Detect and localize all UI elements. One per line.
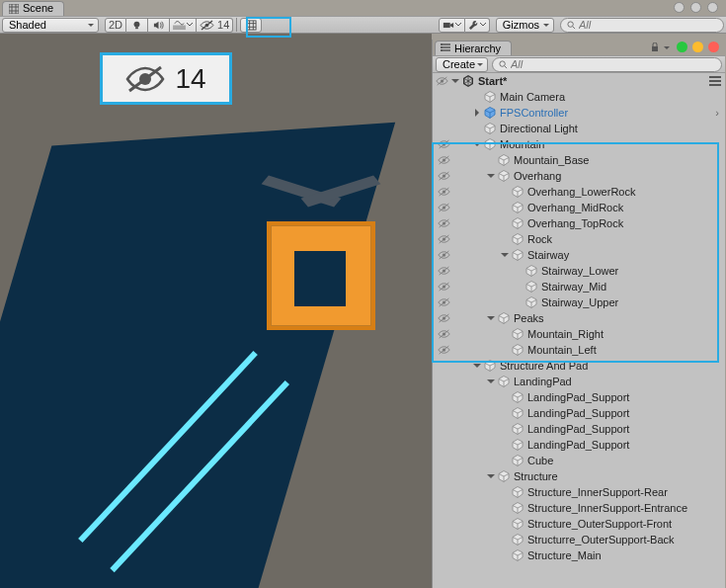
tree-row[interactable]: Peaks xyxy=(433,310,725,326)
visibility-toggle[interactable] xyxy=(437,155,450,165)
2d-toggle[interactable]: 2D xyxy=(105,18,126,33)
window-maximize-dot[interactable] xyxy=(677,42,687,52)
tree-row[interactable]: Rock xyxy=(433,231,725,247)
tree-row[interactable]: Cube xyxy=(433,453,725,468)
tree-row[interactable]: Mountain xyxy=(433,136,725,152)
tree-row-label: Overhang_TopRock xyxy=(527,217,623,229)
tree-row[interactable]: Stairway_Upper xyxy=(433,294,725,310)
tree-row[interactable]: Stairway xyxy=(433,247,725,263)
tree-row-scene-root[interactable]: Start* xyxy=(433,73,725,89)
tree-row[interactable]: Structure_OuterSupport-Front xyxy=(433,516,725,532)
visibility-toggle[interactable] xyxy=(437,313,450,323)
audio-toggle[interactable] xyxy=(148,18,170,33)
gameobject-cube-icon xyxy=(498,154,510,166)
camera-settings-button[interactable] xyxy=(439,18,465,33)
tree-row[interactable]: Structure And Pad xyxy=(433,358,725,374)
tree-row[interactable]: LandingPad_Support xyxy=(433,389,725,405)
tree-row[interactable]: Mountain_Left xyxy=(433,342,725,358)
tree-row[interactable]: Structure_Main xyxy=(433,547,725,563)
wrench-icon xyxy=(468,20,479,31)
tree-row[interactable]: Structurre_OuterSupport-Back xyxy=(433,532,725,547)
lock-icon[interactable] xyxy=(650,42,660,52)
tree-row[interactable]: Structure xyxy=(433,468,725,484)
expand-toggle[interactable] xyxy=(486,472,496,480)
tree-row[interactable]: Stairway_Lower xyxy=(433,263,725,279)
visibility-toggle[interactable] xyxy=(437,329,450,339)
visibility-toggle[interactable] xyxy=(437,234,450,244)
visibility-toggle[interactable] xyxy=(437,250,450,260)
gameobject-cube-icon xyxy=(525,265,537,277)
tree-row[interactable]: FPSController› xyxy=(433,105,725,121)
expand-toggle[interactable] xyxy=(486,314,496,322)
tree-row[interactable]: Structure_InnerSupport-Entrance xyxy=(433,500,725,516)
hidden-eye-icon xyxy=(438,345,450,355)
tools-button[interactable] xyxy=(465,18,490,33)
visibility-toggle[interactable] xyxy=(437,218,450,228)
context-menu-icon[interactable] xyxy=(709,76,721,86)
visibility-toggle[interactable] xyxy=(437,266,450,276)
shading-mode-dropdown[interactable]: Shaded xyxy=(2,18,99,33)
hierarchy-search[interactable] xyxy=(492,57,722,72)
expand-toggle[interactable] xyxy=(472,362,482,370)
visibility-toggle[interactable] xyxy=(437,187,450,197)
create-dropdown[interactable]: Create xyxy=(436,57,488,72)
tree-row-label: LandingPad_Support xyxy=(527,407,629,419)
window-dot[interactable] xyxy=(707,2,718,13)
scene-search-input[interactable] xyxy=(579,19,717,31)
gameobject-cube-icon xyxy=(484,138,496,150)
tree-row[interactable]: Stairway_Mid xyxy=(433,279,725,294)
tree-row-label: Structurre_OuterSupport-Back xyxy=(527,534,675,546)
chevron-down-icon[interactable] xyxy=(664,46,670,52)
visibility-toggle[interactable] xyxy=(437,171,450,181)
gizmo-grid-toggle[interactable] xyxy=(240,18,262,33)
expand-toggle[interactable] xyxy=(500,251,510,259)
tree-row-label: Structure And Pad xyxy=(500,360,588,372)
visibility-toggle[interactable] xyxy=(435,76,448,86)
expand-toggle[interactable] xyxy=(472,109,482,117)
window-minimize-dot[interactable] xyxy=(692,42,703,52)
scene-search[interactable] xyxy=(560,18,724,33)
hierarchy-icon xyxy=(441,43,450,53)
expand-toggle[interactable] xyxy=(486,172,496,180)
window-close-dot[interactable] xyxy=(708,42,719,52)
visibility-toggle[interactable] xyxy=(437,297,450,307)
window-dot[interactable] xyxy=(674,2,685,13)
lightbulb-icon xyxy=(131,20,142,31)
gameobject-cube-icon xyxy=(512,249,524,261)
visibility-toggle[interactable] xyxy=(437,345,450,355)
tree-row[interactable]: Structure_InnerSupport-Rear xyxy=(433,484,725,500)
scene-geometry xyxy=(294,251,346,306)
expand-toggle[interactable] xyxy=(486,378,496,385)
callout-count: 14 xyxy=(175,63,205,95)
tree-row[interactable]: Overhang_MidRock xyxy=(433,200,725,215)
visibility-toggle[interactable] xyxy=(437,203,450,212)
chevron-down-icon xyxy=(455,22,461,28)
hierarchy-tab[interactable]: Hierarchy xyxy=(435,41,512,55)
scene-tab[interactable]: Scene xyxy=(2,1,64,16)
tree-row[interactable]: Mountain_Right xyxy=(433,326,725,342)
tree-row[interactable]: LandingPad_Support xyxy=(433,437,725,453)
tree-row[interactable]: LandingPad xyxy=(433,374,725,389)
tree-row[interactable]: Directional Light xyxy=(433,121,725,136)
tree-row[interactable]: Main Camera xyxy=(433,89,725,105)
search-icon xyxy=(499,60,508,69)
lighting-toggle[interactable] xyxy=(126,18,148,33)
tree-row[interactable]: Mountain_Base xyxy=(433,152,725,168)
visibility-toggle[interactable] xyxy=(437,139,450,149)
visibility-toggle[interactable] xyxy=(437,282,450,292)
expand-toggle[interactable] xyxy=(472,140,482,148)
fx-toggle[interactable] xyxy=(170,18,197,33)
hierarchy-search-input[interactable] xyxy=(511,58,639,70)
tree-row[interactable]: Overhang xyxy=(433,168,725,184)
tree-row[interactable]: Overhang_LowerRock xyxy=(433,184,725,200)
tree-row[interactable]: Overhang_TopRock xyxy=(433,215,725,231)
hierarchy-tree[interactable]: Start* Main CameraFPSController›Directio… xyxy=(433,73,725,588)
expand-toggle[interactable] xyxy=(450,77,460,85)
scene-view[interactable] xyxy=(0,34,432,588)
hidden-objects-button[interactable]: 14 xyxy=(197,18,233,33)
tree-row[interactable]: LandingPad_Support xyxy=(433,421,725,437)
gizmos-dropdown[interactable]: Gizmos xyxy=(496,18,554,33)
tree-row[interactable]: LandingPad_Support xyxy=(433,405,725,421)
chevron-right-icon[interactable]: › xyxy=(715,107,719,119)
window-dot[interactable] xyxy=(690,2,701,13)
